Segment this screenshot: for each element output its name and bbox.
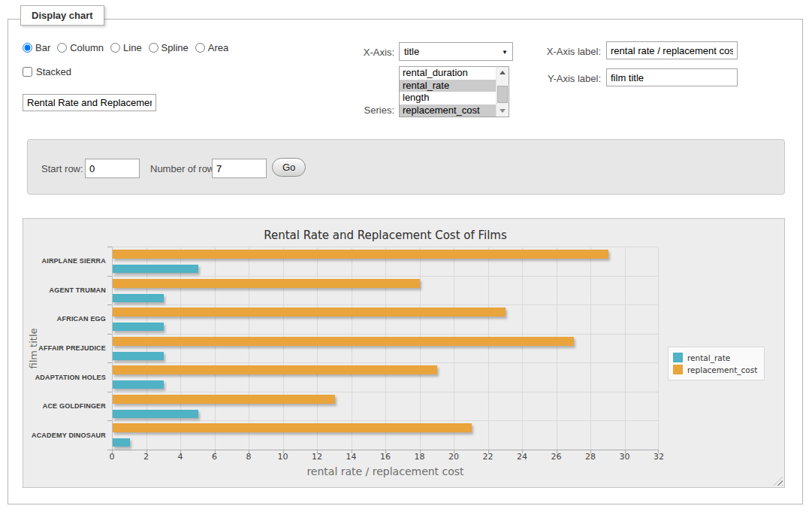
y-category-label: ADAPTATION HOLES	[31, 362, 106, 392]
chart-type-radio-area[interactable]	[195, 43, 205, 53]
x-axis-select-label: X-Axis:	[294, 47, 394, 58]
y-tick-mark	[107, 276, 112, 277]
bar-rental_rate	[113, 410, 198, 418]
y-tick-mark	[107, 362, 112, 363]
stacked-checkbox[interactable]	[23, 67, 32, 77]
y-tick-mark	[107, 392, 112, 392]
y-tick-mark	[107, 420, 112, 421]
gridline-v	[283, 247, 284, 450]
x-axis-label-label: X-Axis label:	[500, 46, 601, 57]
chart-title: Rental Rate and Replacement Cost of Film…	[112, 229, 659, 242]
gridline-v	[625, 247, 626, 450]
x-tick-label: 4	[178, 452, 183, 462]
x-tick-label: 30	[620, 452, 630, 462]
gridline-v	[352, 247, 352, 450]
gridline-h	[112, 334, 659, 335]
chart-type-radio-bar[interactable]	[23, 43, 32, 53]
x-tick-label: 18	[415, 452, 425, 462]
x-tick-label: 20	[448, 452, 459, 462]
gridline-v	[180, 247, 181, 450]
x-axis-selected-value: title	[404, 46, 419, 57]
x-tick-label: 12	[312, 452, 322, 462]
bar-replacement_cost	[113, 423, 472, 432]
x-tick-label: 8	[246, 452, 252, 462]
y-tick-mark	[107, 247, 112, 247]
x-tick-label: 10	[278, 452, 288, 462]
gridline-h	[112, 304, 659, 305]
fieldset-legend: Display chart	[20, 5, 104, 26]
gridline-v	[454, 247, 454, 450]
y-category-label: ACADEMY DINOSAUR	[31, 420, 106, 450]
series-option-length[interactable]: length	[400, 92, 496, 105]
series-option-rental_rate[interactable]: rental_rate	[400, 80, 496, 92]
gridline-h	[112, 450, 659, 450]
series-option-replacement_cost[interactable]: replacement_cost	[400, 105, 496, 117]
legend-label: rental_rate	[687, 353, 730, 362]
chart-type-radio-line[interactable]	[110, 43, 120, 53]
gridline-h	[112, 420, 659, 421]
y-category-label: AFFAIR PREJUDICE	[31, 334, 106, 363]
y-category-label: AIRPLANE SIERRA	[31, 247, 106, 276]
bar-rental_rate	[113, 265, 198, 273]
chart-type-radio-column[interactable]	[57, 43, 67, 53]
stacked-checkbox-row[interactable]: Stacked	[23, 66, 71, 77]
gridline-v	[112, 247, 113, 450]
start-row-label: Start row:	[41, 163, 83, 174]
legend-swatch-icon	[673, 353, 683, 362]
series-option-rental_duration[interactable]: rental_duration	[400, 67, 496, 80]
chart-type-group: BarColumnLineSplineArea	[23, 42, 228, 53]
display-chart-fieldset: Display chart BarColumnLineSplineArea St…	[8, 19, 803, 504]
y-category-label: ACE GOLDFINGER	[31, 392, 106, 421]
gridline-v	[420, 247, 421, 450]
num-rows-input[interactable]	[212, 159, 267, 178]
series-options: rental_durationrental_ratelengthreplacem…	[400, 67, 496, 117]
bar-replacement_cost	[113, 395, 335, 404]
chart-type-label: Bar	[35, 42, 50, 53]
chart-type-radio-spline[interactable]	[149, 43, 158, 53]
resize-handle-icon[interactable]	[774, 477, 783, 486]
x-tick-label: 26	[551, 452, 562, 462]
gridline-h	[112, 247, 659, 247]
legend-item-replacement_cost[interactable]: replacement_cost	[673, 365, 757, 374]
x-axis-title: rental rate / replacement cost	[112, 465, 659, 477]
gridline-h	[112, 392, 659, 392]
rows-panel: Start row: Number of rows: Go	[27, 139, 785, 195]
chart-type-option-spline[interactable]: Spline	[149, 42, 189, 53]
gridline-v	[317, 247, 318, 450]
chart-type-option-line[interactable]: Line	[110, 42, 142, 53]
legend-label: replacement_cost	[687, 365, 757, 374]
gridline-v	[522, 247, 523, 450]
go-button[interactable]: Go	[272, 158, 306, 177]
legend-item-rental_rate[interactable]: rental_rate	[673, 353, 757, 362]
chart-type-label: Column	[70, 42, 104, 53]
y-axis-labels: AIRPLANE SIERRAAGENT TRUMANAFRICAN EGGAF…	[31, 247, 106, 450]
series-listbox[interactable]: rental_durationrental_ratelengthreplacem…	[399, 66, 509, 117]
plot-area	[112, 247, 659, 450]
chart-legend: rental_ratereplacement_cost	[668, 347, 765, 380]
gridline-v	[590, 247, 591, 450]
bar-replacement_cost	[113, 365, 437, 374]
x-tick-label: 22	[483, 452, 494, 462]
x-tick-label: 14	[346, 452, 357, 462]
y-tick-mark	[107, 334, 112, 335]
gridline-h	[112, 362, 659, 363]
legend-swatch-icon	[673, 365, 683, 374]
chart-title-input[interactable]	[23, 94, 156, 111]
scrollbar-thumb[interactable]	[497, 86, 508, 103]
x-tick-label: 0	[110, 452, 115, 462]
scroll-down-icon[interactable]	[500, 109, 506, 113]
gridline-v	[385, 247, 386, 450]
bar-replacement_cost	[113, 279, 420, 288]
start-row-input[interactable]	[85, 159, 140, 178]
x-axis-select[interactable]: title ▼	[399, 42, 513, 61]
chart-type-option-area[interactable]: Area	[195, 42, 228, 53]
y-tick-mark	[107, 450, 112, 450]
x-axis-label-input[interactable]	[606, 41, 738, 59]
chart-type-option-bar[interactable]: Bar	[23, 42, 50, 53]
stacked-label: Stacked	[36, 66, 71, 77]
x-tick-label: 6	[212, 452, 217, 462]
bar-replacement_cost	[113, 337, 574, 346]
y-axis-label-input[interactable]	[606, 68, 738, 86]
chart-type-option-column[interactable]: Column	[57, 42, 104, 53]
gridline-v	[488, 247, 489, 450]
